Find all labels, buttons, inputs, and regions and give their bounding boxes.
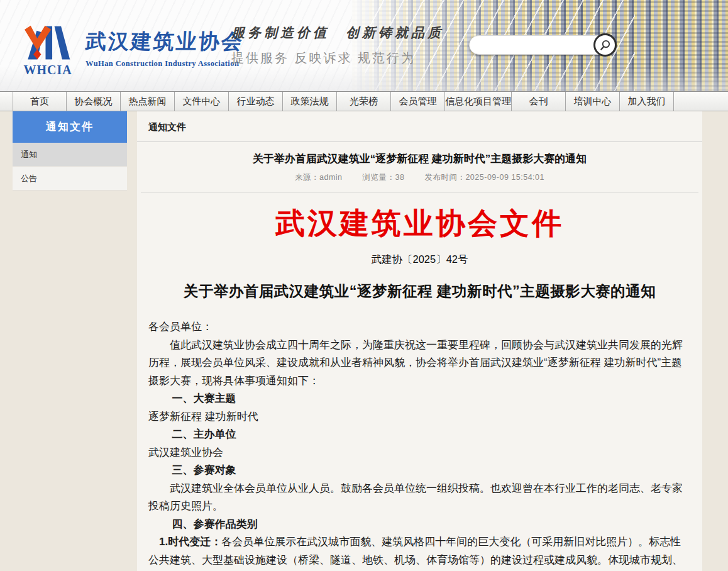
sidebar-menu: 通知文件 通知 公告 (13, 111, 127, 191)
header-slogans: 服务制造价值 创新铸就品质 提供服务 反映诉求 规范行为 (231, 24, 444, 67)
document-title: 关于举办首届武汉建筑业“逐梦新征程 建功新时代”主题摄影大赛的通知 (148, 281, 691, 301)
nav-item-journal[interactable]: 会刊 (512, 92, 566, 111)
sidebar-item-notices[interactable]: 通知 (13, 143, 127, 167)
nav-item-policies[interactable]: 政策法规 (283, 92, 337, 111)
content-panel: 通知文件 关于举办首届武汉建筑业“逐梦新征程 建功新时代”主题摄影大赛的通知 来… (137, 111, 702, 571)
nav-item-industry-trends[interactable]: 行业动态 (229, 92, 283, 111)
article-title: 关于举办首届武汉建筑业“逐梦新征程 建功新时代”主题摄影大赛的通知 (148, 152, 691, 166)
section-breadcrumb: 通知文件 (148, 111, 691, 141)
section-heading-2: 二、主办单位 (148, 426, 691, 444)
association-logo-icon: WHCIA (19, 15, 77, 77)
paragraph-organizer: 武汉建筑业协会 (148, 444, 691, 462)
document-number: 武建协〔2025〕42号 (148, 253, 691, 267)
nav-item-home[interactable]: 首页 (13, 92, 67, 111)
nav-item-member-management[interactable]: 会员管理 (391, 92, 445, 111)
divider (141, 192, 698, 192)
paragraph-theme: 逐梦新征程 建功新时代 (148, 408, 691, 426)
nav-item-training-center[interactable]: 培训中心 (566, 92, 620, 111)
logo-acronym: WHCIA (19, 63, 77, 77)
search-bar (469, 35, 615, 55)
main-navigation: 首页 协会概况 热点新闻 文件中心 行业动态 政策法规 光荣榜 会员管理 信息化… (0, 91, 728, 111)
site-header: WHCIA 武汉建筑业协会 WuHan Construction Industr… (0, 0, 728, 91)
meta-publish-time: 发布时间：2025-09-09 15:54:01 (424, 173, 544, 182)
paragraph-intro: 值此武汉建筑业协会成立四十周年之际，为隆重庆祝这一重要里程碑，回顾协会与武汉建筑… (148, 336, 691, 391)
nav-item-about[interactable]: 协会概况 (67, 92, 121, 111)
sidebar-item-announcements[interactable]: 公告 (13, 167, 127, 191)
site-logo[interactable]: WHCIA 武汉建筑业协会 WuHan Construction Industr… (19, 15, 244, 77)
nav-item-join-us[interactable]: 加入我们 (620, 92, 674, 111)
paragraph-participants: 武汉建筑业全体会员单位从业人员。鼓励各会员单位统一组织投稿。也欢迎曾在本行业工作… (148, 480, 691, 516)
meta-source: 来源：admin (295, 173, 343, 182)
paragraph-category-1: 1.时代变迁：各会员单位展示在武汉城市面貌、建筑风格四十年间的巨大变化（可采用新… (148, 533, 691, 571)
paragraph-salutation: 各会员单位： (148, 318, 691, 336)
section-heading-4: 四、参赛作品类别 (148, 516, 691, 534)
nav-item-it-project-management[interactable]: 信息化项目管理 (445, 92, 512, 111)
article-meta: 来源：admin 浏览量：38 发布时间：2025-09-09 15:54:01 (148, 172, 691, 183)
org-name-english: WuHan Construction Industry Association (85, 59, 244, 69)
slogan-line-2: 提供服务 反映诉求 规范行为 (231, 50, 444, 67)
official-document-masthead: 武汉建筑业协会文件 (148, 204, 691, 243)
search-icon (599, 39, 611, 51)
document-body: 各会员单位： 值此武汉建筑业协会成立四十周年之际，为隆重庆祝这一重要里程碑，回顾… (148, 318, 691, 571)
page-body: 通知文件 通知 公告 通知文件 关于举办首届武汉建筑业“逐梦新征程 建功新时代”… (0, 111, 728, 571)
org-name-chinese: 武汉建筑业协会 (84, 28, 245, 56)
section-heading-1: 一、大赛主题 (148, 390, 691, 408)
logo-text-block: 武汉建筑业协会 WuHan Construction Industry Asso… (85, 15, 244, 69)
sidebar-title: 通知文件 (13, 111, 127, 143)
nav-item-document-center[interactable]: 文件中心 (175, 92, 229, 111)
meta-views: 浏览量：38 (363, 173, 405, 182)
slogan-line-1: 服务制造价值 创新铸就品质 (231, 24, 444, 42)
section-heading-3: 三、参赛对象 (148, 462, 691, 480)
divider (137, 141, 702, 142)
nav-item-honor-roll[interactable]: 光荣榜 (337, 92, 391, 111)
search-button[interactable] (593, 33, 617, 57)
nav-item-hot-news[interactable]: 热点新闻 (121, 92, 175, 111)
